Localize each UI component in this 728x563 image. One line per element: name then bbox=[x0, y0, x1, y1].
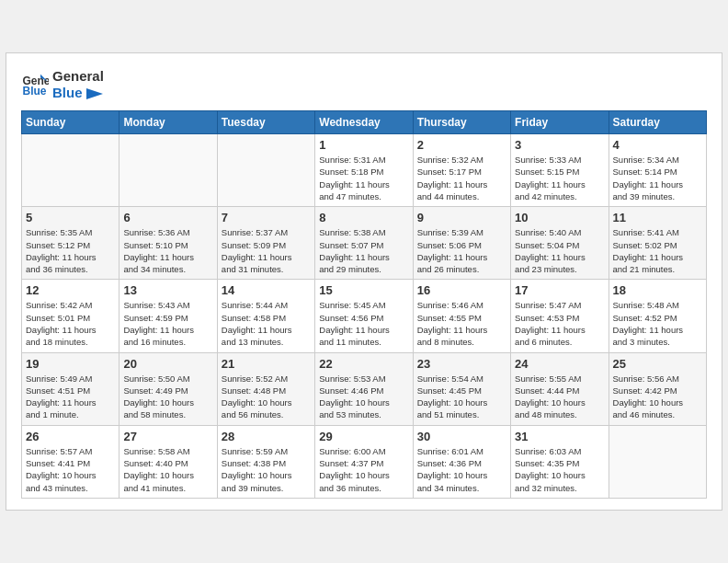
day-number: 20 bbox=[123, 357, 212, 371]
day-info: Sunrise: 5:47 AM Sunset: 4:53 PM Dayligh… bbox=[515, 299, 604, 348]
day-number: 8 bbox=[319, 211, 408, 224]
logo-blue: Blue bbox=[52, 85, 104, 101]
calendar-cell: 29Sunrise: 6:00 AM Sunset: 4:37 PM Dayli… bbox=[315, 425, 413, 498]
calendar-header: General Blue General Blue bbox=[21, 68, 707, 101]
weekday-header-tuesday: Tuesday bbox=[217, 111, 314, 134]
day-number: 18 bbox=[613, 283, 702, 297]
day-info: Sunrise: 5:44 AM Sunset: 4:58 PM Dayligh… bbox=[222, 299, 311, 348]
day-info: Sunrise: 5:38 AM Sunset: 5:07 PM Dayligh… bbox=[319, 226, 408, 275]
day-number: 28 bbox=[222, 430, 311, 443]
day-info: Sunrise: 5:49 AM Sunset: 4:51 PM Dayligh… bbox=[26, 373, 115, 421]
day-info: Sunrise: 5:45 AM Sunset: 4:56 PM Dayligh… bbox=[319, 299, 408, 348]
day-number: 27 bbox=[123, 430, 212, 443]
calendar-cell: 5Sunrise: 5:35 AM Sunset: 5:12 PM Daylig… bbox=[22, 207, 119, 280]
calendar-cell bbox=[119, 134, 217, 207]
day-info: Sunrise: 5:43 AM Sunset: 4:59 PM Dayligh… bbox=[123, 299, 212, 348]
day-info: Sunrise: 5:42 AM Sunset: 5:01 PM Dayligh… bbox=[26, 299, 115, 348]
calendar-week-row: 26Sunrise: 5:57 AM Sunset: 4:41 PM Dayli… bbox=[22, 425, 707, 498]
calendar-cell: 12Sunrise: 5:42 AM Sunset: 5:01 PM Dayli… bbox=[22, 280, 119, 352]
day-info: Sunrise: 5:48 AM Sunset: 4:52 PM Dayligh… bbox=[613, 299, 702, 348]
weekday-header-friday: Friday bbox=[511, 111, 609, 134]
calendar-week-row: 12Sunrise: 5:42 AM Sunset: 5:01 PM Dayli… bbox=[22, 280, 707, 352]
calendar-cell: 24Sunrise: 5:55 AM Sunset: 4:44 PM Dayli… bbox=[511, 352, 609, 425]
day-number: 7 bbox=[222, 211, 311, 224]
day-info: Sunrise: 5:46 AM Sunset: 4:55 PM Dayligh… bbox=[417, 299, 506, 348]
day-number: 25 bbox=[613, 357, 702, 371]
calendar-cell: 19Sunrise: 5:49 AM Sunset: 4:51 PM Dayli… bbox=[22, 352, 119, 425]
calendar-cell: 30Sunrise: 6:01 AM Sunset: 4:36 PM Dayli… bbox=[413, 425, 510, 498]
svg-marker-2 bbox=[86, 88, 103, 99]
day-info: Sunrise: 6:01 AM Sunset: 4:36 PM Dayligh… bbox=[417, 445, 506, 494]
day-info: Sunrise: 5:56 AM Sunset: 4:42 PM Dayligh… bbox=[613, 373, 702, 421]
calendar-week-row: 5Sunrise: 5:35 AM Sunset: 5:12 PM Daylig… bbox=[22, 207, 707, 280]
day-info: Sunrise: 5:58 AM Sunset: 4:40 PM Dayligh… bbox=[123, 445, 212, 494]
day-info: Sunrise: 5:31 AM Sunset: 5:18 PM Dayligh… bbox=[319, 154, 408, 202]
day-number: 17 bbox=[515, 283, 604, 297]
day-info: Sunrise: 5:57 AM Sunset: 4:41 PM Dayligh… bbox=[26, 445, 115, 494]
day-number: 3 bbox=[515, 138, 604, 152]
day-info: Sunrise: 5:40 AM Sunset: 5:04 PM Dayligh… bbox=[515, 226, 604, 275]
day-info: Sunrise: 5:53 AM Sunset: 4:46 PM Dayligh… bbox=[319, 373, 408, 421]
day-info: Sunrise: 5:37 AM Sunset: 5:09 PM Dayligh… bbox=[222, 226, 311, 275]
day-number: 12 bbox=[26, 283, 115, 297]
day-number: 23 bbox=[417, 357, 506, 371]
weekday-header-thursday: Thursday bbox=[413, 111, 510, 134]
day-info: Sunrise: 5:41 AM Sunset: 5:02 PM Dayligh… bbox=[613, 226, 702, 275]
day-info: Sunrise: 5:39 AM Sunset: 5:06 PM Dayligh… bbox=[417, 226, 506, 275]
calendar-container: General Blue General Blue SundayMondayTu… bbox=[6, 52, 722, 511]
day-number: 14 bbox=[222, 283, 311, 297]
calendar-week-row: 1Sunrise: 5:31 AM Sunset: 5:18 PM Daylig… bbox=[22, 134, 707, 207]
calendar-cell bbox=[609, 425, 706, 498]
day-number: 13 bbox=[123, 283, 212, 297]
calendar-cell: 16Sunrise: 5:46 AM Sunset: 4:55 PM Dayli… bbox=[413, 280, 510, 352]
day-info: Sunrise: 5:59 AM Sunset: 4:38 PM Dayligh… bbox=[222, 445, 311, 494]
day-number: 6 bbox=[123, 211, 212, 224]
day-info: Sunrise: 5:32 AM Sunset: 5:17 PM Dayligh… bbox=[417, 154, 506, 202]
calendar-cell: 2Sunrise: 5:32 AM Sunset: 5:17 PM Daylig… bbox=[413, 134, 510, 207]
day-info: Sunrise: 5:33 AM Sunset: 5:15 PM Dayligh… bbox=[515, 154, 604, 202]
calendar-cell: 8Sunrise: 5:38 AM Sunset: 5:07 PM Daylig… bbox=[315, 207, 413, 280]
day-number: 16 bbox=[417, 283, 506, 297]
weekday-header-sunday: Sunday bbox=[22, 111, 119, 134]
day-number: 5 bbox=[26, 211, 115, 224]
calendar-cell: 7Sunrise: 5:37 AM Sunset: 5:09 PM Daylig… bbox=[217, 207, 314, 280]
calendar-cell: 1Sunrise: 5:31 AM Sunset: 5:18 PM Daylig… bbox=[315, 134, 413, 207]
calendar-cell: 9Sunrise: 5:39 AM Sunset: 5:06 PM Daylig… bbox=[413, 207, 510, 280]
day-number: 26 bbox=[26, 430, 115, 443]
calendar-cell: 11Sunrise: 5:41 AM Sunset: 5:02 PM Dayli… bbox=[609, 207, 706, 280]
day-info: Sunrise: 6:00 AM Sunset: 4:37 PM Dayligh… bbox=[319, 445, 408, 494]
day-info: Sunrise: 5:55 AM Sunset: 4:44 PM Dayligh… bbox=[515, 373, 604, 421]
weekday-header-row: SundayMondayTuesdayWednesdayThursdayFrid… bbox=[22, 111, 707, 134]
calendar-week-row: 19Sunrise: 5:49 AM Sunset: 4:51 PM Dayli… bbox=[22, 352, 707, 425]
day-info: Sunrise: 5:50 AM Sunset: 4:49 PM Dayligh… bbox=[123, 373, 212, 421]
calendar-cell: 13Sunrise: 5:43 AM Sunset: 4:59 PM Dayli… bbox=[119, 280, 217, 352]
logo-general: General bbox=[52, 68, 104, 85]
calendar-cell: 20Sunrise: 5:50 AM Sunset: 4:49 PM Dayli… bbox=[119, 352, 217, 425]
logo-icon: General Blue bbox=[21, 71, 49, 98]
calendar-cell bbox=[217, 134, 314, 207]
calendar-cell: 27Sunrise: 5:58 AM Sunset: 4:40 PM Dayli… bbox=[119, 425, 217, 498]
calendar-cell: 22Sunrise: 5:53 AM Sunset: 4:46 PM Dayli… bbox=[315, 352, 413, 425]
calendar-cell: 21Sunrise: 5:52 AM Sunset: 4:48 PM Dayli… bbox=[217, 352, 314, 425]
calendar-cell: 25Sunrise: 5:56 AM Sunset: 4:42 PM Dayli… bbox=[609, 352, 706, 425]
day-info: Sunrise: 5:52 AM Sunset: 4:48 PM Dayligh… bbox=[222, 373, 311, 421]
calendar-cell: 31Sunrise: 6:03 AM Sunset: 4:35 PM Dayli… bbox=[511, 425, 609, 498]
calendar-cell: 14Sunrise: 5:44 AM Sunset: 4:58 PM Dayli… bbox=[217, 280, 314, 352]
day-info: Sunrise: 5:35 AM Sunset: 5:12 PM Dayligh… bbox=[26, 226, 115, 275]
calendar-table: SundayMondayTuesdayWednesdayThursdayFrid… bbox=[21, 110, 707, 499]
weekday-header-monday: Monday bbox=[119, 111, 217, 134]
day-info: Sunrise: 6:03 AM Sunset: 4:35 PM Dayligh… bbox=[515, 445, 604, 494]
day-number: 2 bbox=[417, 138, 506, 152]
day-number: 24 bbox=[515, 357, 604, 371]
day-number: 11 bbox=[613, 211, 702, 224]
day-number: 9 bbox=[417, 211, 506, 224]
logo: General Blue General Blue bbox=[21, 68, 104, 101]
calendar-cell: 17Sunrise: 5:47 AM Sunset: 4:53 PM Dayli… bbox=[511, 280, 609, 352]
day-number: 19 bbox=[26, 357, 115, 371]
svg-text:Blue: Blue bbox=[23, 85, 47, 98]
day-number: 10 bbox=[515, 211, 604, 224]
calendar-cell: 28Sunrise: 5:59 AM Sunset: 4:38 PM Dayli… bbox=[217, 425, 314, 498]
day-number: 22 bbox=[319, 357, 408, 371]
calendar-cell: 4Sunrise: 5:34 AM Sunset: 5:14 PM Daylig… bbox=[609, 134, 706, 207]
weekday-header-saturday: Saturday bbox=[609, 111, 706, 134]
